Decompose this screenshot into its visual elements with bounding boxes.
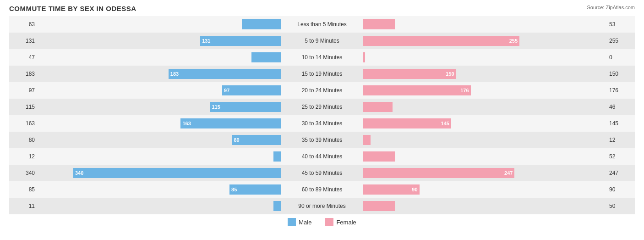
bars-center: 115 25 to 29 Minutes bbox=[37, 101, 607, 112]
chart-title: COMMUTE TIME BY SEX IN ODESSA bbox=[9, 5, 635, 12]
bars-area: Less than 5 Minutes bbox=[37, 16, 607, 33]
left-value: 47 bbox=[9, 54, 37, 61]
male-bar: 97 bbox=[222, 85, 281, 95]
female-bar bbox=[363, 151, 395, 162]
left-value: 11 bbox=[9, 203, 37, 209]
right-value: 53 bbox=[607, 21, 635, 28]
right-bar-container: 150 bbox=[363, 68, 607, 79]
bars-center: 163 30 to 34 Minutes 145 bbox=[37, 118, 607, 129]
male-inner-value: 163 bbox=[182, 121, 191, 126]
left-bar-container: 163 bbox=[37, 118, 281, 129]
right-bar-container bbox=[363, 201, 607, 212]
male-bar: 115 bbox=[210, 102, 281, 112]
bars-center: 40 to 44 Minutes bbox=[37, 151, 607, 162]
right-value: 255 bbox=[607, 38, 635, 44]
row-label: 90 or more Minutes bbox=[281, 203, 363, 209]
female-bar: 145 bbox=[363, 118, 451, 128]
bars-area: 163 30 to 34 Minutes 145 bbox=[37, 115, 607, 132]
female-bar bbox=[363, 135, 371, 145]
row-label: 15 to 19 Minutes bbox=[281, 71, 363, 77]
left-bar-container: 340 bbox=[37, 167, 281, 179]
right-value: 52 bbox=[607, 153, 635, 160]
male-bar: 183 bbox=[169, 69, 281, 79]
source-text: Source: ZipAtlas.com bbox=[587, 5, 635, 10]
right-bar-container bbox=[363, 151, 607, 162]
male-bar: 131 bbox=[200, 36, 281, 46]
female-bar bbox=[363, 201, 395, 211]
bars-area: 183 15 to 19 Minutes 150 bbox=[37, 66, 607, 82]
female-inner-value: 255 bbox=[509, 38, 518, 44]
female-bar: 90 bbox=[363, 184, 420, 195]
male-bar bbox=[251, 52, 281, 62]
left-bar-container bbox=[37, 19, 281, 30]
female-inner-value: 90 bbox=[412, 187, 417, 192]
bars-area: 10 to 14 Minutes bbox=[37, 49, 607, 66]
right-value: 12 bbox=[607, 137, 635, 143]
left-value: 131 bbox=[9, 38, 37, 44]
bars-area: 90 or more Minutes bbox=[37, 198, 607, 214]
chart-row: 80 80 35 to 39 Minutes 12 bbox=[9, 132, 635, 148]
row-label: 60 to 89 Minutes bbox=[281, 186, 363, 193]
left-bar-container: 85 bbox=[37, 184, 281, 195]
right-bar-container: 247 bbox=[363, 167, 607, 179]
left-bar-container: 183 bbox=[37, 68, 281, 79]
chart-row: 183 183 15 to 19 Minutes 150 bbox=[9, 66, 635, 82]
bars-center: 85 60 to 89 Minutes 90 bbox=[37, 184, 607, 195]
bars-center: 183 15 to 19 Minutes 150 bbox=[37, 68, 607, 79]
right-value: 50 bbox=[607, 203, 635, 209]
female-bar bbox=[363, 102, 393, 112]
row-label: 45 to 59 Minutes bbox=[281, 170, 363, 176]
right-bar-container: 176 bbox=[363, 85, 607, 96]
right-value: 176 bbox=[607, 87, 635, 94]
right-value: 145 bbox=[607, 120, 635, 127]
chart-row: 11 90 or more Minutes 50 bbox=[9, 198, 635, 214]
row-label: 35 to 39 Minutes bbox=[281, 137, 363, 143]
legend-female: Female bbox=[325, 218, 356, 226]
right-value: 46 bbox=[607, 104, 635, 110]
male-bar: 85 bbox=[229, 184, 281, 195]
legend-female-box bbox=[325, 218, 333, 226]
female-bar: 176 bbox=[363, 85, 471, 95]
row-label: 30 to 34 Minutes bbox=[281, 120, 363, 127]
male-inner-value: 115 bbox=[212, 104, 220, 110]
legend-male-label: Male bbox=[299, 219, 311, 226]
bars-area: 40 to 44 Minutes bbox=[37, 148, 607, 165]
male-inner-value: 183 bbox=[170, 71, 179, 77]
bars-area: 340 45 to 59 Minutes 247 bbox=[37, 165, 607, 181]
right-value: 247 bbox=[607, 170, 635, 176]
chart-row: 85 85 60 to 89 Minutes 90 90 bbox=[9, 181, 635, 198]
male-bar: 340 bbox=[73, 168, 281, 178]
row-label: 20 to 24 Minutes bbox=[281, 87, 363, 94]
left-bar-container: 115 bbox=[37, 101, 281, 112]
male-inner-value: 97 bbox=[224, 88, 229, 93]
bars-center: 80 35 to 39 Minutes bbox=[37, 134, 607, 145]
chart-row: 47 10 to 14 Minutes 0 bbox=[9, 49, 635, 66]
chart-area: 63 Less than 5 Minutes 53 bbox=[9, 16, 635, 208]
bars-area: 131 5 to 9 Minutes 255 bbox=[37, 33, 607, 49]
row-label: Less than 5 Minutes bbox=[281, 21, 363, 28]
left-bar-container bbox=[37, 151, 281, 162]
right-bar-container: 255 bbox=[363, 35, 607, 46]
bars-center: 131 5 to 9 Minutes 255 bbox=[37, 35, 607, 46]
left-value: 85 bbox=[9, 186, 37, 193]
left-value: 115 bbox=[9, 104, 37, 110]
bars-center: 90 or more Minutes bbox=[37, 201, 607, 212]
legend-male-box bbox=[288, 218, 296, 226]
female-bar bbox=[363, 19, 395, 29]
bars-area: 115 25 to 29 Minutes bbox=[37, 99, 607, 115]
chart-row: 163 163 30 to 34 Minutes 145 bbox=[9, 115, 635, 132]
left-value: 80 bbox=[9, 137, 37, 143]
left-bar-container bbox=[37, 201, 281, 212]
chart-row: 115 115 25 to 29 Minutes 46 bbox=[9, 99, 635, 115]
male-inner-value: 131 bbox=[202, 38, 210, 44]
left-bar-container bbox=[37, 52, 281, 63]
left-value: 340 bbox=[9, 170, 37, 176]
left-value: 63 bbox=[9, 21, 37, 28]
chart-row: 131 131 5 to 9 Minutes 255 2 bbox=[9, 33, 635, 49]
bars-center: 10 to 14 Minutes bbox=[37, 52, 607, 63]
chart-row: 97 97 20 to 24 Minutes 176 1 bbox=[9, 82, 635, 99]
chart-row: 63 Less than 5 Minutes 53 bbox=[9, 16, 635, 33]
legend: Male Female bbox=[9, 218, 635, 226]
chart-container: COMMUTE TIME BY SEX IN ODESSA Source: Zi… bbox=[0, 0, 644, 240]
chart-row: 12 40 to 44 Minutes 52 bbox=[9, 148, 635, 165]
